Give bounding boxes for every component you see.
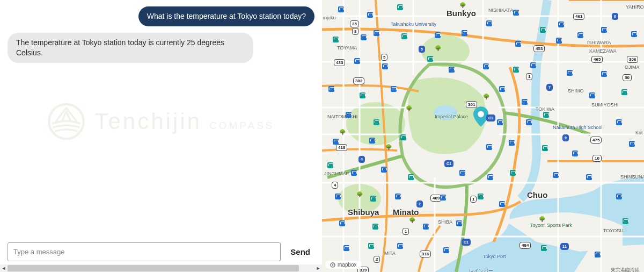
brand-logo-icon [47,103,85,140]
chat-messages: What is the temperature at Tokyo station… [0,0,322,242]
brand-watermark: Tenchijin COMPASS [47,103,274,140]
svg-point-8 [332,264,334,266]
map-pin-icon[interactable] [473,106,488,127]
map-canvas[interactable] [322,0,644,272]
scroll-left-arrow-icon[interactable]: ◄ [0,264,8,272]
mapbox-logo-icon [330,262,335,268]
map-panel[interactable]: BunkyoShibuyaMinatoChuo injukuNISHIKATAT… [322,0,644,272]
chat-input-row: Send [0,242,322,264]
svg-point-6 [478,111,484,118]
svg-point-5 [434,105,457,120]
scroll-thumb[interactable] [8,265,299,271]
map-attribution[interactable]: mapbox [325,261,362,269]
brand-subtitle: COMPASS [209,120,275,132]
horizontal-scrollbar[interactable]: ◄ ► [0,264,322,272]
send-button[interactable]: Send [286,242,314,261]
user-message: What is the temperature at Tokyo station… [138,6,314,26]
chat-input[interactable] [8,242,281,261]
chat-row-assistant: The temperature at Tokyo station today i… [8,33,314,63]
assistant-message: The temperature at Tokyo station today i… [8,33,253,63]
scroll-track[interactable] [8,264,314,272]
map-attribution-text: mapbox [338,262,357,268]
chat-panel: What is the temperature at Tokyo station… [0,0,322,272]
chat-row-user: What is the temperature at Tokyo station… [8,6,314,26]
svg-point-2 [346,102,405,145]
scroll-right-arrow-icon[interactable]: ► [314,264,322,272]
svg-point-0 [49,104,83,138]
brand-name: Tenchijin [94,109,201,134]
